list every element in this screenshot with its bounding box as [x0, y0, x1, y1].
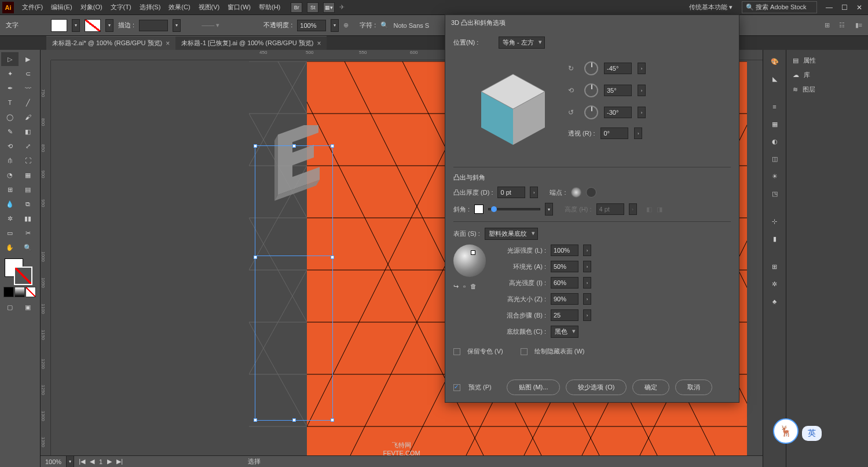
close-icon[interactable]: × [166, 39, 170, 48]
eyedropper-tool[interactable]: 💧 [1, 197, 19, 211]
minimize-button[interactable]: — [823, 3, 836, 12]
zoom-dd[interactable]: ▾ [66, 455, 74, 468]
paintbrush-tool[interactable]: 🖌 [19, 110, 36, 124]
stroke-dd[interactable]: ▾ [105, 19, 113, 32]
hand-tool[interactable]: ✋ [1, 240, 19, 254]
stroke-weight-input[interactable] [139, 20, 168, 31]
highlight-size-stepper[interactable]: › [583, 293, 591, 305]
angle-x-dial[interactable] [584, 61, 598, 75]
zoom-tool[interactable]: 🔍 [19, 240, 36, 254]
zoom-level[interactable]: 100% [45, 458, 61, 465]
brushes-panel-icon[interactable]: ⊞ [768, 260, 782, 273]
rotate-tool[interactable]: ⟲ [1, 139, 19, 153]
nav-prev[interactable]: ◀ [90, 458, 94, 465]
appearance-panel-icon[interactable]: ☀ [768, 169, 782, 183]
fill-dd[interactable]: ▾ [72, 19, 80, 32]
blend-steps-input[interactable] [551, 309, 578, 321]
preserve-spot-checkbox[interactable] [453, 348, 460, 355]
cube-preview[interactable] [464, 58, 562, 156]
opacity-input[interactable] [297, 20, 326, 31]
surface-select[interactable]: 塑料效果底纹 [485, 228, 538, 240]
position-select[interactable]: 等角 - 左方 [499, 37, 545, 49]
tab-doc2[interactable]: 未标题-1 [已恢复].ai @ 100% (RGB/GPU 预览)× [175, 36, 327, 50]
color-panel-icon[interactable]: 🎨 [768, 54, 782, 68]
blend-steps-stepper[interactable]: › [583, 309, 591, 321]
font-name[interactable]: Noto Sans S [393, 22, 429, 29]
preview-checkbox[interactable] [453, 384, 460, 391]
light-sphere[interactable] [453, 245, 486, 277]
scale-tool[interactable]: ⤢ [19, 139, 36, 153]
direct-selection-tool[interactable]: ▶ [19, 52, 36, 66]
search-input[interactable]: 🔍 搜索 Adobe Stock [742, 1, 817, 13]
shape-builder-tool[interactable]: ◔ [1, 168, 19, 182]
transform-panel-icon[interactable]: ⊹ [768, 214, 782, 228]
blend-tool[interactable]: ⧉ [19, 197, 36, 211]
column-graph-tool[interactable]: ▮▮ [19, 211, 36, 225]
gradient-tool[interactable]: ▤ [19, 183, 36, 196]
curvature-tool[interactable]: 〰 [19, 81, 36, 95]
ok-button[interactable]: 确定 [632, 380, 669, 395]
light-delete-icon[interactable]: 🗑 [470, 283, 477, 290]
perspective-input[interactable] [600, 127, 628, 139]
ime-indicator[interactable]: 英 [802, 426, 822, 441]
fewer-options-button[interactable]: 较少选项 (O) [566, 380, 627, 395]
maximize-button[interactable]: ☐ [838, 3, 851, 12]
gpu-icon[interactable]: ✈ [339, 3, 345, 11]
slice-tool[interactable]: ✂ [19, 226, 36, 240]
menu-select[interactable]: 选择(S) [136, 1, 164, 14]
symbols2-panel-icon[interactable]: ♣ [768, 294, 782, 308]
angle-z-dial[interactable] [584, 105, 598, 119]
light-intensity-input[interactable] [551, 245, 578, 256]
shade-color-select[interactable]: 黑色 [551, 326, 578, 338]
map-art-button[interactable]: 贴图 (M)... [507, 380, 561, 395]
selection-tool[interactable]: ▷ [1, 52, 19, 66]
bevel-dd[interactable]: ▾ [545, 203, 553, 216]
menu-view[interactable]: 视图(V) [195, 1, 224, 14]
color-guide-icon[interactable]: ◣ [768, 72, 782, 86]
width-tool[interactable]: ⫛ [1, 154, 19, 167]
bridge-icon[interactable]: Br [291, 2, 302, 13]
pen-tool[interactable]: ✒ [1, 81, 19, 95]
perspective-stepper[interactable]: › [634, 127, 642, 139]
nav-last[interactable]: ▶| [116, 458, 123, 465]
align-panel-icon[interactable]: ▮ [768, 232, 782, 246]
bevel-swatch[interactable] [474, 205, 484, 214]
mesh-tool[interactable]: ⊞ [1, 183, 19, 196]
light-new-icon[interactable]: ▫ [463, 283, 466, 290]
transparency-panel-icon[interactable]: ◫ [768, 152, 782, 166]
color-mode-none[interactable] [25, 287, 36, 297]
ambient-input[interactable] [551, 261, 578, 272]
arrange-icon[interactable]: ▦▾ [323, 2, 335, 13]
angle-z-input[interactable] [604, 107, 632, 118]
depth-stepper[interactable]: › [530, 187, 538, 198]
lasso-tool[interactable]: ⊂ [19, 67, 36, 81]
cap-off-button[interactable] [586, 187, 596, 198]
rectangle-tool[interactable]: ◯ [1, 110, 19, 124]
magic-wand-tool[interactable]: ✦ [1, 67, 19, 81]
fill-swatch[interactable] [51, 19, 67, 32]
angle-y-stepper[interactable]: › [638, 85, 646, 96]
graphic-styles-panel-icon[interactable]: ◳ [768, 187, 782, 200]
highlight-size-input[interactable] [551, 293, 578, 305]
angle-y-dial[interactable] [584, 83, 598, 97]
panel-layers[interactable]: ≋图层 [790, 82, 865, 97]
perspective-grid-tool[interactable]: ▦ [19, 168, 36, 182]
screen-mode-normal[interactable]: ▢ [1, 300, 19, 314]
cap-on-button[interactable] [571, 187, 581, 198]
menu-object[interactable]: 对象(O) [77, 1, 106, 14]
cancel-button[interactable]: 取消 [675, 380, 712, 395]
opacity-dd[interactable]: ▾ [331, 19, 339, 32]
draw-hidden-checkbox[interactable] [521, 348, 528, 355]
swatches-panel-icon[interactable]: ▦ [768, 117, 782, 131]
free-transform-tool[interactable]: ⛶ [19, 154, 36, 167]
align-icon[interactable]: ⊞ [825, 21, 830, 29]
angle-x-stepper[interactable]: › [638, 63, 646, 74]
panel-properties[interactable]: ▤属性 [790, 53, 865, 68]
nav-first[interactable]: |◀ [79, 458, 85, 465]
menu-file[interactable]: 文件(F) [19, 1, 46, 14]
eraser-tool[interactable]: ◧ [19, 125, 36, 138]
ambient-stepper[interactable]: › [583, 261, 591, 272]
bevel-slider[interactable] [488, 208, 540, 210]
light-back-icon[interactable]: ↪ [453, 283, 459, 290]
angle-x-input[interactable] [604, 63, 632, 74]
